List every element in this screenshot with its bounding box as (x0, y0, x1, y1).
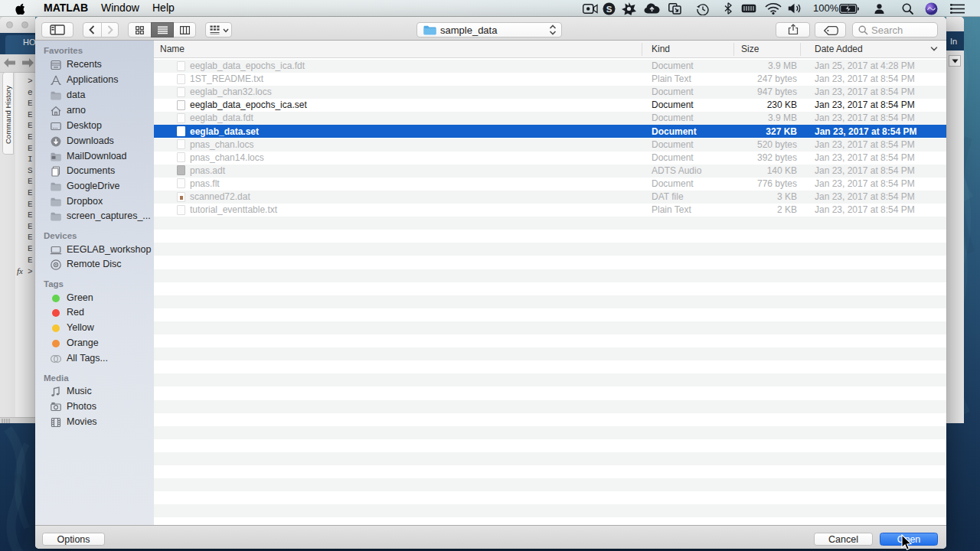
svg-text:S: S (606, 5, 612, 14)
